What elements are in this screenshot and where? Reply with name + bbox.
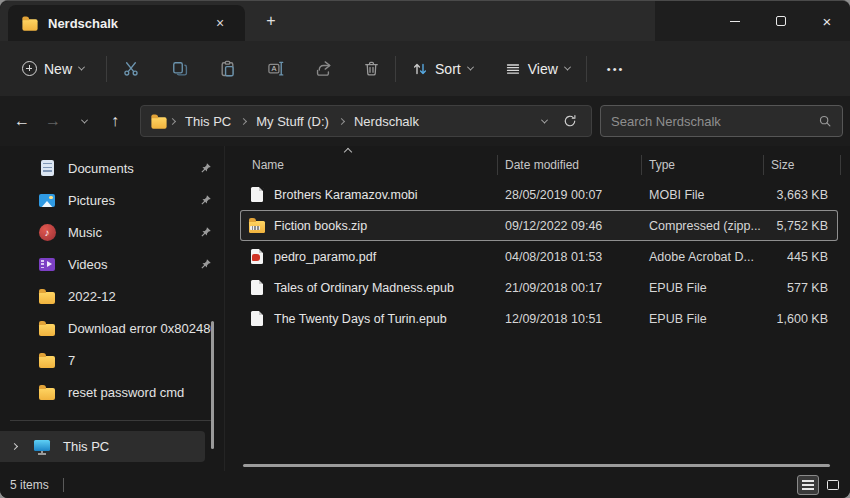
close-button[interactable]: × bbox=[804, 1, 850, 41]
column-resize-handle[interactable] bbox=[763, 155, 764, 175]
file-row-fiction-books-selected[interactable]: Fiction books.zip 09/12/2022 09:46 Compr… bbox=[240, 210, 838, 241]
file-type: EPUB File bbox=[641, 281, 763, 295]
view-icon bbox=[505, 61, 521, 77]
file-row-tales-of-ordinary-madness[interactable]: Tales of Ordinary Madness.epub 21/09/201… bbox=[240, 272, 838, 303]
sidebar-separator bbox=[10, 420, 214, 421]
expand-chevron-icon[interactable] bbox=[11, 443, 18, 450]
sidebar-item-7[interactable]: 7 bbox=[2, 344, 222, 376]
sidebar-item-videos[interactable]: Videos bbox=[2, 248, 222, 280]
toolbar-separator bbox=[395, 56, 396, 82]
address-dropdown-button[interactable] bbox=[531, 108, 557, 134]
tab-nerdschalk[interactable]: Nerdschalk × bbox=[8, 5, 245, 41]
sidebar-item-label: Documents bbox=[68, 161, 196, 176]
large-icons-view-button[interactable] bbox=[822, 475, 844, 495]
search-input[interactable] bbox=[611, 114, 818, 129]
file-size: 5,752 KB bbox=[763, 219, 838, 233]
copy-button[interactable] bbox=[159, 51, 199, 87]
sidebar-item-label: Music bbox=[68, 225, 196, 240]
sidebar-scrollbar[interactable] bbox=[211, 321, 214, 449]
tab-close-icon[interactable]: × bbox=[209, 12, 231, 34]
maximize-button[interactable] bbox=[758, 1, 804, 41]
pin-icon bbox=[200, 162, 212, 174]
column-header-name[interactable]: Name bbox=[236, 158, 497, 172]
refresh-icon bbox=[563, 114, 577, 128]
documents-icon bbox=[38, 159, 56, 177]
sidebar-item-pictures[interactable]: Pictures bbox=[2, 184, 222, 216]
sidebar-item-label: 7 bbox=[68, 353, 212, 368]
file-size: 577 KB bbox=[763, 281, 838, 295]
file-name: Fiction books.zip bbox=[274, 219, 367, 233]
sidebar-item-music[interactable]: ♪ Music bbox=[2, 216, 222, 248]
address-bar[interactable]: This PC My Stuff (D:) Nerdschalk bbox=[140, 105, 592, 137]
recent-locations-button[interactable] bbox=[70, 106, 98, 136]
file-row-pedro-paramo[interactable]: pedro_paramo.pdf 04/08/2018 01:53 Adobe … bbox=[240, 241, 838, 272]
horizontal-scrollbar[interactable] bbox=[243, 464, 830, 467]
details-view-button[interactable] bbox=[797, 475, 819, 495]
breadcrumb-this-pc[interactable]: This PC bbox=[178, 111, 238, 132]
delete-button[interactable] bbox=[351, 51, 391, 87]
sort-ascending-icon bbox=[344, 148, 352, 156]
file-type: Compressed (zipp... bbox=[641, 219, 763, 233]
sidebar-item-download-error[interactable]: Download error 0x80248007 bbox=[2, 312, 222, 344]
file-date-modified: 09/12/2022 09:46 bbox=[497, 219, 641, 233]
column-header-size[interactable]: Size bbox=[763, 158, 850, 172]
sidebar-item-2022-12[interactable]: 2022-12 bbox=[2, 280, 222, 312]
file-name: pedro_paramo.pdf bbox=[274, 250, 376, 264]
sidebar-item-reset-password-cmd[interactable]: reset password cmd bbox=[2, 376, 222, 408]
close-icon: × bbox=[823, 14, 832, 29]
file-size: 1,600 KB bbox=[763, 312, 838, 326]
file-row-brothers-karamazov[interactable]: Brothers Karamazov.mobi 28/05/2019 00:07… bbox=[240, 179, 838, 210]
column-resize-handle[interactable] bbox=[840, 155, 841, 175]
column-resize-handle[interactable] bbox=[641, 155, 642, 175]
videos-icon bbox=[38, 255, 56, 273]
cut-button[interactable] bbox=[111, 51, 151, 87]
minimize-button[interactable] bbox=[712, 1, 758, 41]
rename-icon: A bbox=[267, 60, 284, 77]
chevron-down-icon bbox=[80, 116, 87, 123]
forward-button[interactable]: → bbox=[39, 106, 67, 136]
column-header-type[interactable]: Type bbox=[641, 158, 763, 172]
view-toggles bbox=[797, 475, 844, 495]
rename-button[interactable]: A bbox=[255, 51, 295, 87]
sidebar-item-label: Videos bbox=[68, 257, 196, 272]
copy-icon bbox=[171, 60, 188, 77]
file-name: Brothers Karamazov.mobi bbox=[274, 188, 418, 202]
breadcrumb-my-stuff[interactable]: My Stuff (D:) bbox=[249, 111, 336, 132]
view-button[interactable]: View bbox=[495, 55, 580, 83]
share-button[interactable] bbox=[303, 51, 343, 87]
new-tab-button[interactable]: + bbox=[258, 9, 284, 33]
up-button[interactable]: ↑ bbox=[101, 106, 129, 136]
new-button[interactable]: New bbox=[14, 55, 92, 83]
sort-button[interactable]: Sort bbox=[402, 55, 483, 83]
column-resize-handle[interactable] bbox=[497, 155, 498, 175]
sidebar-item-this-pc[interactable]: This PC bbox=[0, 431, 205, 462]
sidebar-item-documents[interactable]: Documents bbox=[2, 152, 222, 184]
pdf-file-icon bbox=[248, 248, 266, 266]
address-row: ← → ↑ This PC My Stuff (D:) Nerdschalk bbox=[0, 96, 850, 146]
new-button-label: New bbox=[44, 61, 72, 77]
toolbar-separator bbox=[586, 56, 587, 82]
column-headers: Name Date modified Type Size bbox=[236, 151, 850, 179]
breadcrumb-nerdschalk[interactable]: Nerdschalk bbox=[347, 111, 426, 132]
see-more-button[interactable]: ••• bbox=[595, 55, 637, 83]
search-box[interactable] bbox=[600, 105, 843, 137]
generic-file-icon bbox=[248, 310, 266, 328]
column-header-date-modified[interactable]: Date modified bbox=[497, 158, 641, 172]
window-controls: × bbox=[712, 1, 850, 41]
folder-icon bbox=[151, 117, 166, 128]
file-row-twenty-days-of-turin[interactable]: The Twenty Days of Turin.epub 12/09/2018… bbox=[240, 303, 838, 334]
pane-divider[interactable] bbox=[224, 146, 225, 471]
status-bar: 5 items bbox=[0, 471, 850, 498]
paste-button[interactable] bbox=[207, 51, 247, 87]
breadcrumb-chevron-icon bbox=[338, 117, 345, 124]
chevron-down-icon bbox=[467, 64, 474, 71]
music-icon: ♪ bbox=[38, 223, 56, 241]
folder-icon bbox=[38, 351, 56, 369]
pin-icon bbox=[200, 226, 212, 238]
svg-text:A: A bbox=[271, 64, 276, 73]
back-button[interactable]: ← bbox=[8, 106, 36, 136]
refresh-button[interactable] bbox=[557, 108, 583, 134]
generic-file-icon bbox=[248, 186, 266, 204]
share-icon bbox=[315, 60, 332, 77]
sidebar-item-label: This PC bbox=[63, 439, 109, 454]
